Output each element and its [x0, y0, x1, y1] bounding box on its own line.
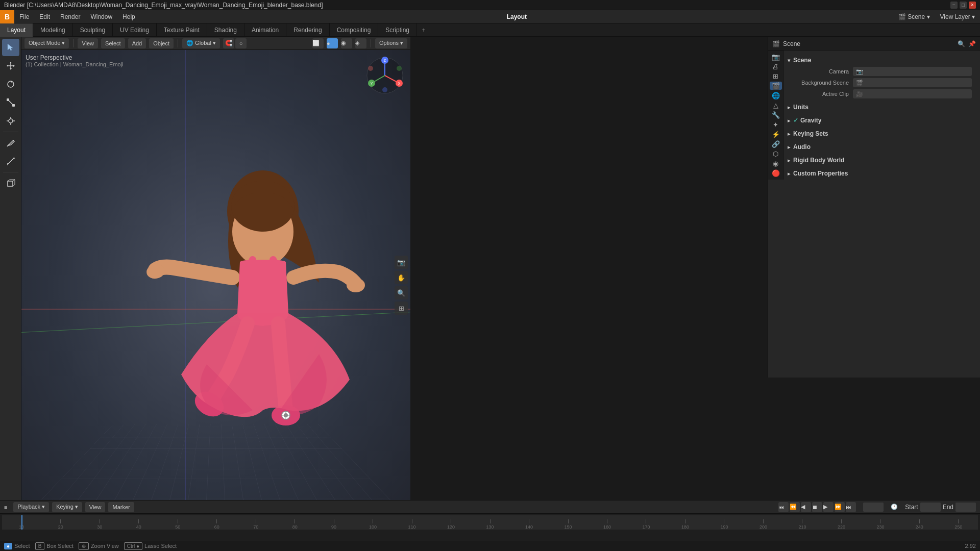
start-label: Start: [905, 504, 918, 511]
proportional-edit[interactable]: ○: [235, 38, 247, 48]
tab-rendering[interactable]: Rendering: [286, 23, 329, 37]
stop-btn[interactable]: ⏹: [812, 502, 822, 512]
mark-220: 220: [822, 519, 861, 530]
tab-sculpting[interactable]: Sculpting: [73, 23, 113, 37]
tab-physics[interactable]: ⚡: [770, 131, 782, 139]
tab-material[interactable]: ◉: [770, 160, 782, 168]
status-select: ● Select: [4, 543, 30, 549]
step-fwd-btn[interactable]: ⏩: [835, 502, 845, 512]
tab-world[interactable]: 🌐: [770, 91, 782, 99]
scene-section-header[interactable]: ▾ Scene: [788, 55, 976, 66]
mark-210: 210: [783, 519, 822, 530]
tool-scale[interactable]: [2, 94, 19, 111]
blender-logo[interactable]: B: [0, 10, 14, 23]
tab-data[interactable]: ⬡: [770, 150, 782, 158]
current-frame[interactable]: 1: [863, 503, 884, 512]
viewport-shading-wire[interactable]: ⬜: [312, 38, 324, 48]
tool-add-cube[interactable]: [2, 174, 19, 192]
options-menu[interactable]: Options ▾: [375, 38, 407, 48]
end-frame[interactable]: 250: [955, 503, 976, 512]
menu-file[interactable]: File: [14, 10, 34, 23]
gravity-check[interactable]: ✓: [793, 117, 798, 124]
tool-transform[interactable]: [2, 112, 19, 130]
keying-menu[interactable]: Keying ▾: [52, 502, 82, 512]
scene-dropdown[interactable]: 🎬 Scene ▾: [893, 10, 935, 23]
svg-text:Y: Y: [371, 82, 373, 85]
tab-scripting[interactable]: Scripting: [378, 23, 417, 37]
tab-shader[interactable]: 🔴: [770, 169, 782, 178]
view-layer-dropdown[interactable]: View Layer ▾: [935, 10, 980, 23]
tool-select[interactable]: [2, 39, 19, 56]
tool-move[interactable]: [2, 57, 19, 74]
active-clip-value[interactable]: 🎥: [853, 89, 972, 98]
tool-annotate[interactable]: [2, 134, 19, 152]
play-btn[interactable]: ▶: [823, 502, 834, 512]
tab-compositing[interactable]: Compositing: [330, 23, 379, 37]
transform-space[interactable]: 🌐 Global ▾: [182, 38, 220, 48]
menu-edit[interactable]: Edit: [34, 10, 55, 23]
gravity-section-header[interactable]: ▸ ✓ Gravity: [788, 115, 976, 126]
tab-particles[interactable]: ✦: [770, 121, 782, 129]
tab-output[interactable]: 🖨: [770, 62, 782, 70]
tab-modeling[interactable]: Modeling: [33, 23, 73, 37]
close-button[interactable]: ×: [969, 2, 976, 9]
snap-button[interactable]: 🧲: [223, 38, 234, 48]
keying-sets-header[interactable]: ▸ Keying Sets: [788, 128, 976, 139]
zoom-tool-btn[interactable]: 🔍: [395, 286, 408, 299]
viewport-shading-rendered[interactable]: ◈: [355, 38, 366, 48]
marker-menu[interactable]: Marker: [108, 502, 134, 512]
tab-animation[interactable]: Animation: [244, 23, 286, 37]
tool-measure[interactable]: [2, 153, 19, 170]
jump-end-btn[interactable]: ⏭: [846, 502, 856, 512]
select-menu[interactable]: Select: [101, 38, 125, 48]
tab-scene[interactable]: 🎬: [770, 82, 782, 90]
maximize-button[interactable]: □: [960, 2, 967, 9]
tab-view-layer[interactable]: ⊞: [770, 72, 782, 80]
menu-render[interactable]: Render: [55, 10, 85, 23]
viewport-3d[interactable]: User Perspective (1) Collection | Woman_…: [21, 50, 410, 520]
menu-help[interactable]: Help: [117, 10, 140, 23]
navigation-gizmo[interactable]: Z X Y: [364, 55, 405, 96]
title-bar-controls[interactable]: − □ ×: [950, 2, 976, 9]
start-frame[interactable]: 1: [920, 503, 941, 512]
playback-menu[interactable]: Playback ▾: [13, 502, 49, 512]
title-bar-title: Blender [C:\Users\AMDA8\Desktop\Woman_Da…: [4, 2, 323, 9]
audio-section-header[interactable]: ▸ Audio: [788, 141, 976, 153]
tab-render[interactable]: 📷: [770, 53, 782, 61]
add-workspace-button[interactable]: +: [417, 23, 430, 37]
tab-layout[interactable]: Layout: [0, 23, 33, 37]
tab-uv-editing[interactable]: UV Editing: [113, 23, 157, 37]
svg-marker-4: [7, 65, 8, 67]
jump-start-btn[interactable]: ⏮: [778, 502, 789, 512]
play-back-btn[interactable]: ◀: [801, 502, 811, 512]
step-back-btn[interactable]: ⏪: [790, 502, 800, 512]
frame-range: Start 1 End 250: [905, 503, 976, 512]
camera-view-btn[interactable]: 📷: [395, 256, 408, 269]
view-menu-timeline[interactable]: View: [85, 502, 106, 512]
units-section-header[interactable]: ▸ Units: [788, 102, 976, 113]
timeline-cursor[interactable]: [21, 515, 22, 530]
tool-rotate[interactable]: [2, 76, 19, 93]
timeline-area: ≡ Playback ▾ Keying ▾ View Marker ⏮ ⏪ ◀ …: [0, 500, 980, 541]
tab-texture-paint[interactable]: Texture Paint: [157, 23, 207, 37]
tab-object[interactable]: △: [770, 101, 782, 109]
background-scene-value[interactable]: 🎬: [853, 78, 972, 87]
local-view-btn[interactable]: ⊞: [395, 302, 408, 315]
menu-window[interactable]: Window: [85, 10, 117, 23]
viewport-shading-material[interactable]: ◉: [341, 38, 352, 48]
custom-props-header[interactable]: ▸ Custom Properties: [788, 168, 976, 179]
tab-constraints[interactable]: 🔗: [770, 140, 782, 148]
object-menu[interactable]: Object: [149, 38, 174, 48]
add-menu[interactable]: Add: [128, 38, 146, 48]
keying-sets-section: ▸ Keying Sets: [788, 128, 976, 139]
tab-modifier[interactable]: 🔧: [770, 111, 782, 119]
timeline-ruler[interactable]: 10 20 30 40 50 60 70 80 90 100 110 120 1…: [2, 515, 978, 530]
hand-tool-btn[interactable]: ✋: [395, 271, 408, 284]
mode-selector[interactable]: Object Mode ▾: [24, 38, 69, 48]
camera-value[interactable]: 📷: [853, 67, 972, 76]
tab-shading[interactable]: Shading: [207, 23, 244, 37]
viewport-shading-solid[interactable]: ●: [327, 38, 338, 48]
rigid-body-section-header[interactable]: ▸ Rigid Body World: [788, 155, 976, 166]
minimize-button[interactable]: −: [950, 2, 958, 9]
view-menu[interactable]: View: [78, 38, 98, 48]
